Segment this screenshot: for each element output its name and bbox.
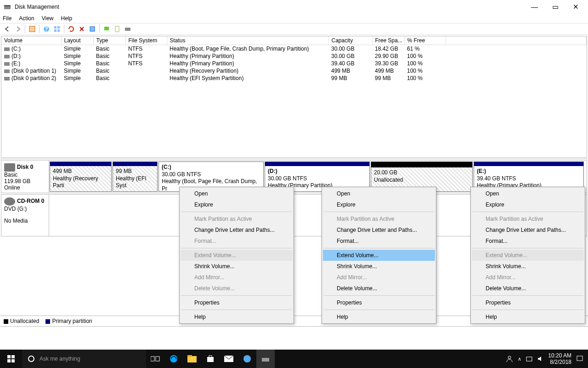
flag-icon[interactable]	[102, 24, 111, 34]
menu-item[interactable]: Format...	[323, 236, 435, 247]
disk-info[interactable]: Disk 0Basic119.98 GBOnline	[1, 161, 49, 193]
menu-item[interactable]: Open	[181, 188, 293, 199]
menu-separator	[323, 310, 435, 310]
app-icon	[4, 3, 11, 11]
disk-icon[interactable]	[123, 24, 132, 34]
explorer-icon[interactable]	[183, 350, 201, 368]
menu-item[interactable]: Shrink Volume...	[472, 261, 584, 272]
menu-separator	[472, 310, 583, 310]
table-row[interactable]: (E:)SimpleBasicNTFSHealthy (Primary Part…	[1, 60, 587, 67]
menu-separator	[181, 310, 292, 310]
col-capacity[interactable]: Capacity	[328, 36, 372, 45]
refresh-icon[interactable]	[67, 24, 76, 34]
table-row[interactable]: (Disk 0 partition 2)SimpleBasicHealthy (…	[1, 75, 587, 82]
menu-item[interactable]: Shrink Volume...	[323, 261, 435, 272]
menu-item: Mark Partition as Active	[472, 213, 584, 224]
menu-item[interactable]: Change Drive Letter and Paths...	[323, 224, 435, 236]
menu-item[interactable]: Delete Volume...	[472, 283, 584, 294]
col-layout[interactable]: Layout	[61, 36, 93, 45]
menu-item: Add Mirror...	[181, 272, 293, 283]
start-button[interactable]	[0, 350, 22, 368]
menu-separator	[323, 212, 435, 212]
menu-item[interactable]: Delete Volume...	[323, 283, 435, 294]
network-icon[interactable]	[526, 356, 532, 362]
menu-item[interactable]: Open	[323, 188, 435, 199]
svg-rect-30	[577, 356, 582, 361]
help-icon[interactable]: ?	[42, 24, 51, 34]
menu-item[interactable]: Format...	[472, 236, 584, 247]
table-row[interactable]: (D:)SimpleBasicNTFSHealthy (Primary Part…	[1, 52, 587, 60]
taskbar-date[interactable]: 8/2/2018	[548, 359, 571, 365]
menu-item[interactable]: Properties	[181, 297, 293, 308]
forward-icon[interactable]	[13, 24, 23, 34]
menu-item: Mark Partition as Active	[323, 213, 435, 224]
menu-file[interactable]: File	[3, 15, 11, 22]
menu-item[interactable]: Help	[181, 311, 293, 322]
table-row[interactable]: (Disk 0 partition 1)SimpleBasicHealthy (…	[1, 67, 587, 75]
volume-icon[interactable]	[537, 356, 543, 362]
svg-rect-13	[7, 355, 11, 358]
app2-icon[interactable]	[256, 350, 275, 368]
close-button[interactable]: ✕	[570, 3, 582, 11]
col-volume[interactable]: Volume	[1, 36, 61, 45]
menu-item[interactable]: Properties	[323, 297, 435, 308]
menu-item[interactable]: Explore	[472, 199, 584, 210]
search-box[interactable]: Ask me anything	[22, 350, 146, 368]
menu-item[interactable]: Change Drive Letter and Paths...	[472, 224, 584, 236]
menu-item[interactable]: Shrink Volume...	[181, 261, 293, 272]
props-icon[interactable]	[28, 24, 37, 34]
menu-item: Add Mirror...	[323, 272, 435, 283]
svg-rect-7	[54, 29, 57, 32]
menu-item[interactable]: Explore	[323, 199, 435, 210]
task-view-icon[interactable]	[146, 350, 164, 368]
doc-icon[interactable]	[113, 24, 122, 34]
grid-icon[interactable]	[52, 24, 62, 34]
col-status[interactable]: Status	[167, 36, 328, 45]
menu-separator	[472, 212, 583, 212]
partition[interactable]: 499 MBHealthy (Recovery Parti	[50, 161, 112, 192]
col-type[interactable]: Type	[93, 36, 125, 45]
store-icon[interactable]	[201, 350, 220, 368]
volume-icon	[4, 77, 10, 80]
svg-rect-6	[57, 26, 60, 29]
menu-item[interactable]: Extend Volume...	[323, 250, 435, 261]
svg-rect-1	[4, 5, 11, 6]
delete-icon[interactable]	[77, 24, 86, 34]
menu-item[interactable]: Open	[472, 188, 584, 199]
col-fs[interactable]: File System	[125, 36, 167, 45]
edge-icon[interactable]	[164, 350, 183, 368]
svg-rect-19	[156, 356, 159, 361]
menu-help[interactable]: Help	[61, 15, 73, 22]
menu-item[interactable]: Help	[472, 311, 584, 322]
table-row[interactable]: (C:)SimpleBasicNTFSHealthy (Boot, Page F…	[1, 45, 587, 52]
col-free[interactable]: Free Spa...	[372, 36, 404, 45]
notifications-icon[interactable]	[576, 355, 583, 362]
back-icon[interactable]	[3, 24, 12, 34]
disk-icon	[4, 163, 15, 172]
disk-info[interactable]: CD-ROM 0DVD (G:)No Media	[1, 195, 49, 236]
menu-separator	[181, 248, 292, 248]
taskbar-time[interactable]: 10:20 AM	[548, 352, 571, 359]
context-menu: OpenExploreMark Partition as ActiveChang…	[179, 187, 294, 324]
menu-item: Format...	[181, 236, 293, 247]
volume-icon	[4, 47, 10, 51]
menu-view[interactable]: View	[42, 15, 54, 22]
svg-rect-5	[54, 26, 57, 29]
mail-icon[interactable]	[220, 350, 238, 368]
svg-rect-23	[207, 357, 214, 362]
menu-item[interactable]: Help	[323, 311, 435, 322]
col-pct[interactable]: % Free	[404, 36, 446, 45]
svg-rect-16	[11, 359, 15, 362]
maximize-button[interactable]: ▭	[549, 3, 561, 11]
minimize-button[interactable]: —	[529, 3, 540, 11]
menu-bar: File Action View Help	[0, 14, 588, 23]
app1-icon[interactable]	[238, 350, 256, 368]
menu-item[interactable]: Explore	[181, 199, 293, 210]
chevron-up-icon[interactable]: ∧	[518, 356, 521, 362]
settings-icon[interactable]	[88, 24, 97, 34]
partition[interactable]: 99 MBHealthy (EFI Syst	[113, 161, 158, 192]
people-icon[interactable]	[506, 355, 513, 362]
menu-item[interactable]: Change Drive Letter and Paths...	[181, 224, 293, 236]
menu-action[interactable]: Action	[19, 15, 34, 22]
menu-item[interactable]: Properties	[472, 297, 584, 308]
